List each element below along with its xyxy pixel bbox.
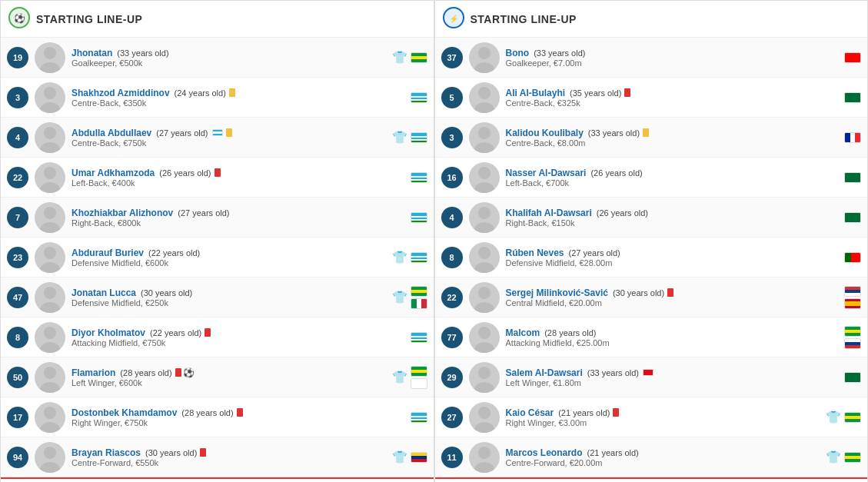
svg-point-19	[40, 382, 60, 393]
player-name[interactable]: Kalidou Koulibaly	[506, 128, 584, 138]
player-name[interactable]: Malcom	[506, 327, 540, 338]
player-name[interactable]: Diyor Kholmatov	[72, 327, 145, 338]
red-card	[624, 88, 630, 97]
team-logo: ⚽	[8, 7, 30, 31]
player-row: 50 Flamarion(28 years old) ⚽Left Winger,…	[1, 357, 434, 397]
svg-point-42	[478, 367, 491, 379]
player-name[interactable]: Abdulla Abdullaev	[72, 128, 151, 138]
team-header: ⚡STARTING LINE-UP	[435, 1, 868, 38]
player-row: 37 Bono(33 years old)Goalkeeper, €7.00m	[435, 38, 868, 78]
player-position: Left Winger, €1.80m	[506, 378, 845, 387]
flag-group	[411, 412, 427, 423]
player-icons	[844, 132, 861, 143]
player-age: (30 years old)	[145, 448, 197, 457]
player-number: 5	[441, 87, 463, 108]
player-name[interactable]: Khozhiakbar Alizhonov	[72, 208, 173, 218]
flag-co	[411, 452, 427, 463]
player-info: Brayan Riascos(30 years old)Centre-Forwa…	[72, 447, 392, 467]
player-info: Ali Al-Bulayhi(35 years old)Centre-Back,…	[506, 88, 845, 108]
player-avatar	[469, 122, 500, 153]
flag-inline-uz	[212, 129, 223, 136]
player-name[interactable]: Jonatan Lucca	[72, 288, 136, 298]
shirt-icon: 👕	[392, 290, 407, 304]
player-name[interactable]: Shakhzod Azmiddinov	[72, 88, 170, 98]
player-row: 19 Jhonatan(33 years old)Goalkeeper, €50…	[1, 38, 434, 78]
player-row: 77 Malcom(28 years old)Attacking Midfiel…	[435, 317, 868, 357]
flag-group	[411, 366, 427, 389]
player-row: 16 Nasser Al-Dawsari(26 years old)Left-B…	[435, 158, 868, 198]
player-number: 37	[441, 47, 463, 68]
player-name[interactable]: Kaio César	[506, 407, 554, 418]
player-name[interactable]: Nasser Al-Dawsari	[506, 168, 587, 178]
player-position: Goalkeeper, €7.00m	[506, 58, 845, 68]
player-info: Rúben Neves(27 years old)Defensive Midfi…	[506, 248, 845, 268]
player-name[interactable]: Khalifah Al-Dawsari	[506, 208, 592, 218]
svg-point-39	[474, 302, 494, 313]
player-avatar	[469, 282, 500, 313]
svg-point-8	[44, 167, 56, 179]
player-position: Attacking Midfield, €750k	[72, 338, 411, 347]
player-info: Salem Al-Dawsari(33 years old)Left Winge…	[506, 367, 845, 387]
player-avatar	[35, 362, 65, 393]
svg-point-11	[40, 222, 60, 233]
player-name[interactable]: Jhonatan	[72, 48, 112, 58]
svg-point-27	[474, 62, 494, 73]
shirt-icon: 👕	[826, 410, 841, 424]
player-name[interactable]: Salem Al-Dawsari	[506, 367, 583, 378]
flag-pt	[844, 252, 861, 263]
player-number: 47	[7, 287, 28, 308]
player-name[interactable]: Rúben Neves	[506, 248, 564, 258]
svg-point-23	[40, 462, 60, 473]
player-avatar	[469, 322, 500, 353]
svg-point-40	[478, 327, 491, 339]
flag-sa	[844, 212, 861, 223]
player-icons	[411, 332, 427, 343]
player-row: 47 Jonatan Lucca(30 years old)Defensive …	[1, 278, 434, 317]
player-icons	[844, 286, 861, 309]
flag-group	[844, 212, 861, 223]
svg-point-31	[474, 142, 494, 153]
player-name[interactable]: Dostonbek Khamdamov	[72, 407, 177, 418]
flag-sa	[844, 92, 861, 103]
player-icons	[411, 92, 427, 103]
player-position: Right-Back, €150k	[506, 218, 845, 228]
player-avatar	[469, 82, 500, 113]
player-info: Umar Adkhamzoda(26 years old)Left-Back, …	[72, 168, 411, 188]
player-info: Khalifah Al-Dawsari(26 years old)Right-B…	[506, 208, 845, 228]
svg-point-6	[44, 127, 56, 139]
player-icons: 👕	[392, 250, 427, 264]
player-name[interactable]: Marcos Leonardo	[506, 447, 583, 458]
player-age: (22 years old)	[148, 248, 200, 258]
svg-point-22	[44, 447, 56, 459]
player-name[interactable]: Brayan Riascos	[72, 447, 141, 458]
flag-group	[411, 212, 427, 223]
player-age: (33 years old)	[587, 368, 639, 377]
svg-point-32	[478, 167, 491, 179]
player-avatar	[35, 442, 65, 473]
flag-br	[844, 326, 861, 337]
player-icons	[844, 172, 861, 183]
player-info: Jonatan Lucca(30 years old)Defensive Mid…	[72, 288, 392, 307]
player-position: Central Midfield, €20.00m	[506, 298, 845, 307]
player-name[interactable]: Bono	[506, 48, 530, 58]
player-icons	[411, 212, 427, 223]
flag-group	[411, 286, 427, 309]
svg-point-17	[40, 342, 60, 353]
player-name[interactable]: Ali Al-Bulayhi	[506, 88, 566, 98]
flag-uz	[411, 252, 427, 263]
player-position: Centre-Back, €350k	[72, 98, 411, 108]
player-name[interactable]: Umar Adkhamzoda	[72, 168, 155, 178]
player-info: Jhonatan(33 years old)Goalkeeper, €500k	[72, 48, 392, 68]
player-name[interactable]: Sergej Milinković-Savić	[506, 288, 608, 298]
player-name[interactable]: Flamarion	[72, 367, 115, 378]
player-avatar	[35, 322, 65, 353]
player-icons	[844, 212, 861, 223]
player-name[interactable]: Abdurauf Buriev	[72, 248, 144, 258]
flag-sa	[844, 372, 861, 383]
flag-group	[844, 132, 861, 143]
player-age: (22 years old)	[150, 328, 201, 337]
player-position: Goalkeeper, €500k	[72, 58, 392, 68]
shirt-icon: 👕	[392, 50, 407, 65]
svg-point-13	[40, 262, 60, 273]
player-number: 3	[7, 87, 28, 108]
